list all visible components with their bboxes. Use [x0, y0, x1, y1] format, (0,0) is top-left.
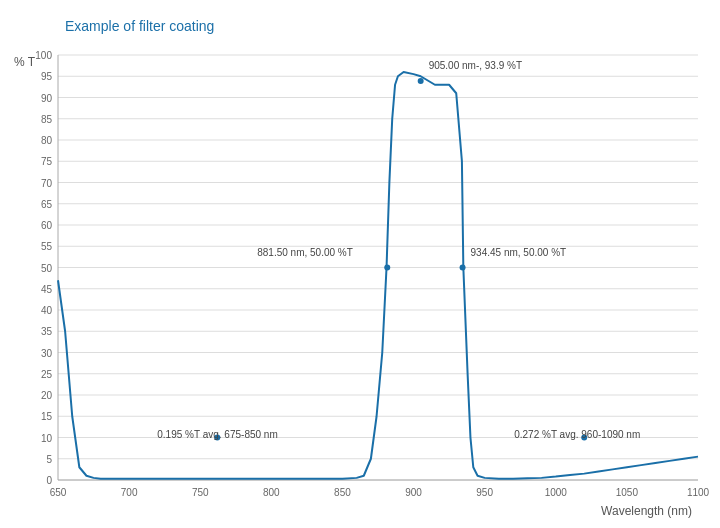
svg-text:95: 95: [41, 71, 53, 82]
svg-text:1050: 1050: [616, 487, 639, 498]
svg-text:60: 60: [41, 220, 53, 231]
svg-text:40: 40: [41, 305, 53, 316]
svg-point-56: [384, 265, 390, 271]
svg-point-54: [418, 78, 424, 84]
svg-text:1100: 1100: [687, 487, 710, 498]
svg-text:800: 800: [263, 487, 280, 498]
svg-text:0: 0: [46, 475, 52, 486]
y-axis-label: % T: [14, 55, 35, 69]
svg-text:0.272 %T avg. 960-1090 nm: 0.272 %T avg. 960-1090 nm: [514, 429, 640, 440]
svg-text:50: 50: [41, 263, 53, 274]
svg-text:100: 100: [35, 50, 52, 61]
chart-svg: 0510152025303540455055606570758085909510…: [58, 55, 698, 480]
svg-text:1000: 1000: [545, 487, 568, 498]
svg-text:881.50 nm, 50.00 %T: 881.50 nm, 50.00 %T: [257, 247, 353, 258]
svg-text:45: 45: [41, 284, 53, 295]
svg-text:25: 25: [41, 369, 53, 380]
svg-text:650: 650: [50, 487, 67, 498]
svg-text:75: 75: [41, 156, 53, 167]
chart-area: 0510152025303540455055606570758085909510…: [58, 55, 698, 480]
svg-text:35: 35: [41, 326, 53, 337]
svg-text:70: 70: [41, 178, 53, 189]
svg-text:10: 10: [41, 433, 53, 444]
svg-text:700: 700: [121, 487, 138, 498]
svg-text:934.45 nm, 50.00 %T: 934.45 nm, 50.00 %T: [471, 247, 567, 258]
chart-title: Example of filter coating: [65, 18, 214, 34]
svg-text:55: 55: [41, 241, 53, 252]
svg-text:15: 15: [41, 411, 53, 422]
svg-text:900: 900: [405, 487, 422, 498]
svg-text:20: 20: [41, 390, 53, 401]
svg-text:5: 5: [46, 454, 52, 465]
svg-text:80: 80: [41, 135, 53, 146]
svg-text:905.00 nm-, 93.9 %T: 905.00 nm-, 93.9 %T: [429, 60, 522, 71]
svg-text:30: 30: [41, 348, 53, 359]
svg-text:90: 90: [41, 93, 53, 104]
x-axis-label: Wavelength (nm): [601, 504, 692, 518]
svg-text:850: 850: [334, 487, 351, 498]
svg-point-58: [460, 265, 466, 271]
chart-container: Example of filter coating % T Wavelength…: [0, 0, 720, 528]
svg-text:750: 750: [192, 487, 209, 498]
svg-text:0.195 %T avg. 675-850 nm: 0.195 %T avg. 675-850 nm: [157, 429, 277, 440]
svg-text:65: 65: [41, 199, 53, 210]
svg-text:950: 950: [476, 487, 493, 498]
svg-text:85: 85: [41, 114, 53, 125]
